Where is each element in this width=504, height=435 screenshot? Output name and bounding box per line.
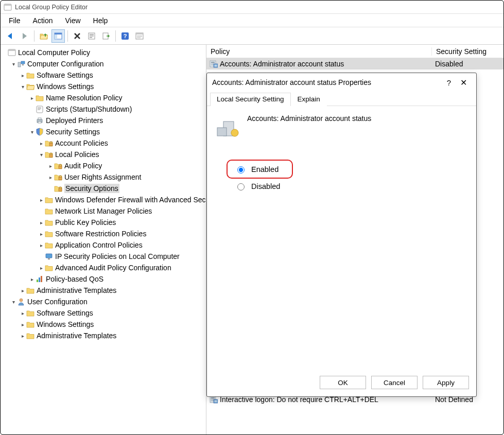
menu-help[interactable]: Help [89, 15, 112, 26]
tree-cc-admin[interactable]: Administrative Templates [37, 286, 116, 294]
menu-view[interactable]: View [61, 15, 84, 26]
svg-text:?: ? [124, 33, 127, 39]
forward-button[interactable] [18, 29, 31, 43]
tree-root[interactable]: Local Computer Policy [18, 48, 90, 57]
export-button[interactable] [99, 29, 113, 43]
folder-icon [45, 196, 53, 204]
tree-security-options[interactable]: Security Options [64, 184, 119, 193]
tree-user-rights[interactable]: User Rights Assignment [64, 173, 141, 181]
expander-icon[interactable]: ▾ [10, 61, 17, 67]
apply-button[interactable]: Apply [423, 376, 469, 389]
expander-icon[interactable]: ▸ [38, 197, 45, 203]
properties-button[interactable] [85, 29, 98, 43]
expander-icon[interactable]: ▸ [47, 163, 54, 169]
tree-aapc[interactable]: Advanced Audit Policy Configuration [55, 264, 171, 272]
svg-rect-26 [55, 33, 62, 34]
list-header: Policy Security Setting [206, 45, 503, 58]
svg-rect-38 [137, 37, 142, 37]
tree-uc-windows[interactable]: Windows Settings [37, 320, 94, 328]
svg-rect-36 [136, 33, 143, 34]
cancel-button[interactable]: Cancel [371, 376, 418, 389]
column-security-setting[interactable]: Security Setting [432, 47, 503, 56]
expander-icon[interactable]: ▾ [38, 152, 45, 158]
radio-enabled[interactable]: Enabled [231, 162, 283, 177]
svg-rect-29 [90, 34, 94, 35]
tree-user-config[interactable]: User Configuration [27, 298, 88, 306]
help-button[interactable]: ? [118, 29, 132, 43]
window-titlebar: Local Group Policy Editor [1, 1, 503, 14]
list-row[interactable]: Accounts: Administrator account status D… [206, 58, 503, 69]
tree-acp[interactable]: Application Control Policies [55, 241, 143, 249]
svg-rect-39 [137, 38, 141, 38]
policy-item-icon [210, 60, 218, 68]
tree-firewall[interactable]: Windows Defender Firewall with Advanced … [55, 196, 206, 204]
tree-security-settings[interactable]: Security Settings [46, 128, 100, 136]
policy-tree[interactable]: Local Computer Policy ▾Computer Configur… [1, 47, 206, 341]
tab-explain[interactable]: Explain [291, 93, 327, 106]
ok-button[interactable]: OK [320, 376, 366, 389]
up-button[interactable] [37, 29, 50, 43]
svg-rect-31 [90, 37, 92, 38]
tree-cc-windows[interactable]: Windows Settings [37, 82, 94, 91]
folder-icon [45, 218, 53, 227]
radio-disabled[interactable]: Disabled [231, 179, 467, 194]
highlight-box: Enabled [227, 160, 293, 179]
monitor-icon [45, 252, 53, 260]
folder-icon [36, 94, 44, 102]
expander-icon[interactable]: ▸ [19, 288, 26, 293]
tree-computer-config[interactable]: Computer Configuration [27, 60, 104, 68]
dialog-title: Accounts: Administrator account status P… [212, 78, 371, 86]
tree-pbqos[interactable]: Policy-based QoS [46, 275, 103, 283]
expander-icon[interactable]: ▸ [19, 333, 26, 339]
expander-icon[interactable]: ▸ [38, 141, 45, 146]
tree-account-policies[interactable]: Account Policies [55, 139, 108, 147]
radio-disabled-input[interactable] [237, 183, 245, 190]
expander-icon[interactable]: ▸ [38, 242, 45, 248]
policy-root-icon [8, 48, 16, 57]
tree-uc-software[interactable]: Software Settings [37, 309, 93, 317]
expander-icon[interactable]: ▸ [28, 95, 36, 101]
expander-icon[interactable]: ▾ [19, 84, 26, 90]
column-policy[interactable]: Policy [206, 47, 432, 56]
tree-pkp[interactable]: Public Key Policies [55, 218, 116, 227]
dialog-close-button[interactable]: ✕ [456, 78, 471, 88]
tree-audit-policy[interactable]: Audit Policy [64, 162, 102, 170]
expander-icon[interactable]: ▸ [38, 265, 45, 271]
expander-icon[interactable]: ▸ [38, 231, 45, 237]
show-tree-button[interactable] [51, 29, 65, 43]
expander-icon[interactable]: ▸ [19, 73, 26, 78]
tree-local-policies[interactable]: Local Policies [55, 150, 99, 159]
user-icon [17, 298, 25, 306]
tree-scripts[interactable]: Scripts (Startup/Shutdown) [46, 105, 132, 113]
folder-icon [26, 286, 34, 294]
policy-value: Disabled [432, 60, 503, 68]
tree-nrp[interactable]: Name Resolution Policy [46, 94, 123, 102]
expander-icon[interactable]: ▸ [19, 322, 26, 327]
menu-file[interactable]: File [5, 15, 25, 26]
delete-button[interactable] [71, 29, 84, 43]
radio-enabled-input[interactable] [237, 166, 245, 173]
back-button[interactable] [4, 29, 17, 43]
expander-icon[interactable]: ▸ [28, 276, 36, 282]
menu-action[interactable]: Action [29, 15, 57, 26]
expander-icon[interactable]: ▾ [10, 299, 17, 305]
tree-uc-admin[interactable]: Administrative Templates [37, 332, 116, 340]
tree-deployed-printers[interactable]: Deployed Printers [46, 116, 103, 125]
tree-network-list[interactable]: Network List Manager Policies [55, 207, 152, 215]
expander-icon[interactable]: ▸ [19, 310, 26, 316]
expander-icon[interactable]: ▸ [38, 220, 45, 225]
expander-icon[interactable]: ▸ [47, 175, 54, 180]
expander-icon[interactable]: ▾ [28, 129, 36, 135]
app-icon [4, 3, 12, 11]
printer-icon [36, 116, 44, 125]
filter-button[interactable] [133, 29, 146, 43]
tree-ipsec[interactable]: IP Security Policies on Local Computer [55, 252, 180, 260]
svg-rect-27 [55, 34, 57, 39]
folder-icon [26, 71, 34, 79]
tree-cc-software[interactable]: Software Settings [37, 71, 93, 79]
folder-icon [26, 320, 34, 328]
tab-local-security-setting[interactable]: Local Security Setting [210, 93, 291, 106]
dialog-help-button[interactable]: ? [442, 78, 456, 87]
tree-srp[interactable]: Software Restriction Policies [55, 230, 146, 238]
svg-rect-37 [137, 36, 142, 36]
